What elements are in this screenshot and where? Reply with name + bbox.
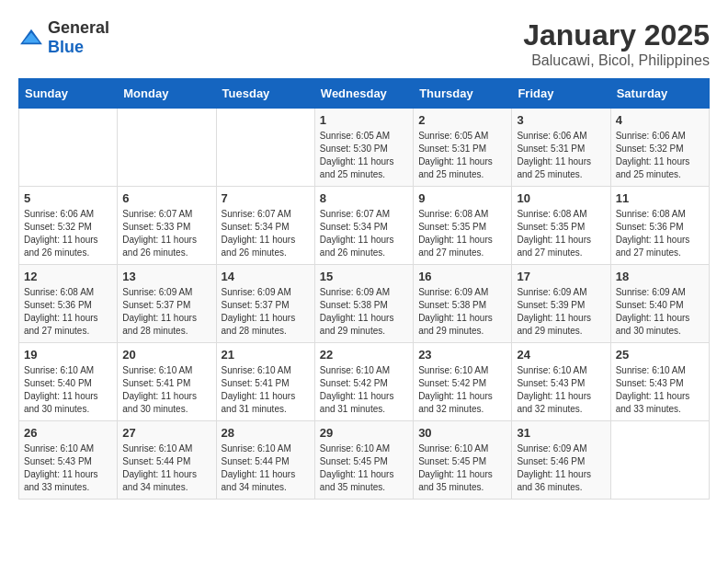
cell-content: Sunrise: 6:10 AM Sunset: 5:44 PM Dayligh… — [222, 442, 310, 494]
calendar-cell: 31Sunrise: 6:09 AM Sunset: 5:46 PM Dayli… — [512, 421, 610, 500]
logo: General Blue — [18, 18, 109, 57]
cell-content: Sunrise: 6:05 AM Sunset: 5:31 PM Dayligh… — [418, 130, 506, 181]
day-number: 7 — [222, 191, 310, 205]
day-number: 19 — [24, 348, 112, 362]
cell-content: Sunrise: 6:08 AM Sunset: 5:35 PM Dayligh… — [418, 208, 506, 259]
calendar-cell: 3Sunrise: 6:06 AM Sunset: 5:31 PM Daylig… — [512, 109, 610, 187]
day-number: 30 — [418, 426, 506, 440]
calendar-cell: 15Sunrise: 6:09 AM Sunset: 5:38 PM Dayli… — [314, 265, 413, 343]
weekday-header-saturday: Saturday — [610, 79, 709, 109]
day-number: 9 — [418, 191, 506, 205]
cell-content: Sunrise: 6:08 AM Sunset: 5:36 PM Dayligh… — [24, 286, 112, 338]
day-number: 14 — [222, 270, 310, 283]
cell-content: Sunrise: 6:06 AM Sunset: 5:32 PM Dayligh… — [24, 208, 112, 259]
day-number: 22 — [320, 348, 408, 362]
logo-general-text: General — [48, 18, 109, 37]
calendar-cell: 24Sunrise: 6:10 AM Sunset: 5:43 PM Dayli… — [512, 343, 610, 421]
cell-content: Sunrise: 6:07 AM Sunset: 5:33 PM Dayligh… — [122, 208, 210, 259]
cell-content: Sunrise: 6:10 AM Sunset: 5:40 PM Dayligh… — [24, 364, 112, 416]
calendar-cell: 25Sunrise: 6:10 AM Sunset: 5:43 PM Dayli… — [610, 343, 709, 421]
calendar-cell: 5Sunrise: 6:06 AM Sunset: 5:32 PM Daylig… — [19, 187, 118, 265]
calendar-cell: 4Sunrise: 6:06 AM Sunset: 5:32 PM Daylig… — [610, 109, 709, 187]
calendar-cell: 19Sunrise: 6:10 AM Sunset: 5:40 PM Dayli… — [19, 343, 118, 421]
cell-content: Sunrise: 6:10 AM Sunset: 5:43 PM Dayligh… — [517, 364, 605, 416]
day-number: 26 — [24, 426, 112, 440]
cell-content: Sunrise: 6:09 AM Sunset: 5:37 PM Dayligh… — [222, 286, 310, 338]
day-number: 15 — [320, 270, 408, 283]
cell-content: Sunrise: 6:09 AM Sunset: 5:39 PM Dayligh… — [517, 286, 605, 338]
cell-content: Sunrise: 6:09 AM Sunset: 5:38 PM Dayligh… — [320, 286, 408, 338]
weekday-header-sunday: Sunday — [19, 79, 118, 109]
cell-content: Sunrise: 6:10 AM Sunset: 5:41 PM Dayligh… — [222, 364, 310, 416]
cell-content: Sunrise: 6:10 AM Sunset: 5:43 PM Dayligh… — [24, 442, 112, 494]
calendar-cell: 29Sunrise: 6:10 AM Sunset: 5:45 PM Dayli… — [314, 421, 413, 500]
day-number: 2 — [418, 113, 506, 127]
day-number: 31 — [517, 426, 605, 440]
week-row-4: 19Sunrise: 6:10 AM Sunset: 5:40 PM Dayli… — [19, 343, 710, 421]
day-number: 1 — [320, 113, 408, 127]
day-number: 20 — [122, 348, 210, 362]
day-number: 4 — [616, 113, 704, 127]
calendar-cell: 27Sunrise: 6:10 AM Sunset: 5:44 PM Dayli… — [118, 421, 216, 500]
day-number: 3 — [517, 113, 605, 127]
calendar-cell: 1Sunrise: 6:05 AM Sunset: 5:30 PM Daylig… — [314, 109, 413, 187]
cell-content: Sunrise: 6:10 AM Sunset: 5:41 PM Dayligh… — [122, 364, 210, 416]
calendar-cell: 23Sunrise: 6:10 AM Sunset: 5:42 PM Dayli… — [414, 343, 512, 421]
calendar-table: SundayMondayTuesdayWednesdayThursdayFrid… — [18, 78, 710, 500]
cell-content: Sunrise: 6:10 AM Sunset: 5:42 PM Dayligh… — [320, 364, 408, 416]
cell-content: Sunrise: 6:09 AM Sunset: 5:38 PM Dayligh… — [418, 286, 506, 338]
cell-content: Sunrise: 6:10 AM Sunset: 5:45 PM Dayligh… — [418, 442, 506, 494]
calendar-cell: 8Sunrise: 6:07 AM Sunset: 5:34 PM Daylig… — [314, 187, 413, 265]
day-number: 16 — [418, 270, 506, 283]
calendar-cell: 28Sunrise: 6:10 AM Sunset: 5:44 PM Dayli… — [216, 421, 314, 500]
title-area: January 2025 Balucawi, Bicol, Philippine… — [523, 18, 710, 69]
cell-content: Sunrise: 6:09 AM Sunset: 5:46 PM Dayligh… — [517, 442, 605, 494]
week-row-2: 5Sunrise: 6:06 AM Sunset: 5:32 PM Daylig… — [19, 187, 710, 265]
day-number: 28 — [222, 426, 310, 440]
cell-content: Sunrise: 6:09 AM Sunset: 5:40 PM Dayligh… — [616, 286, 704, 338]
cell-content: Sunrise: 6:05 AM Sunset: 5:30 PM Dayligh… — [320, 130, 408, 181]
calendar-cell: 9Sunrise: 6:08 AM Sunset: 5:35 PM Daylig… — [414, 187, 512, 265]
day-number: 17 — [517, 270, 605, 283]
week-row-1: 1Sunrise: 6:05 AM Sunset: 5:30 PM Daylig… — [19, 109, 710, 187]
day-number: 12 — [24, 270, 112, 283]
calendar-cell: 14Sunrise: 6:09 AM Sunset: 5:37 PM Dayli… — [216, 265, 314, 343]
calendar-cell — [118, 109, 216, 187]
day-number: 18 — [616, 270, 704, 283]
logo-icon — [18, 28, 44, 48]
cell-content: Sunrise: 6:07 AM Sunset: 5:34 PM Dayligh… — [222, 208, 310, 259]
calendar-cell — [610, 421, 709, 500]
cell-content: Sunrise: 6:06 AM Sunset: 5:31 PM Dayligh… — [517, 130, 605, 181]
day-number: 8 — [320, 191, 408, 205]
day-number: 11 — [616, 191, 704, 205]
calendar-cell: 21Sunrise: 6:10 AM Sunset: 5:41 PM Dayli… — [216, 343, 314, 421]
day-number: 24 — [517, 348, 605, 362]
calendar-cell: 6Sunrise: 6:07 AM Sunset: 5:33 PM Daylig… — [118, 187, 216, 265]
weekday-header-monday: Monday — [118, 79, 216, 109]
calendar-subtitle: Balucawi, Bicol, Philippines — [523, 52, 710, 69]
weekday-header-wednesday: Wednesday — [314, 79, 413, 109]
calendar-cell: 11Sunrise: 6:08 AM Sunset: 5:36 PM Dayli… — [610, 187, 709, 265]
day-number: 10 — [517, 191, 605, 205]
weekday-header-tuesday: Tuesday — [216, 79, 314, 109]
cell-content: Sunrise: 6:10 AM Sunset: 5:45 PM Dayligh… — [320, 442, 408, 494]
cell-content: Sunrise: 6:06 AM Sunset: 5:32 PM Dayligh… — [616, 130, 704, 181]
weekday-header-thursday: Thursday — [414, 79, 512, 109]
calendar-cell: 7Sunrise: 6:07 AM Sunset: 5:34 PM Daylig… — [216, 187, 314, 265]
calendar-cell — [19, 109, 118, 187]
cell-content: Sunrise: 6:09 AM Sunset: 5:37 PM Dayligh… — [122, 286, 210, 338]
cell-content: Sunrise: 6:10 AM Sunset: 5:42 PM Dayligh… — [418, 364, 506, 416]
weekday-header-friday: Friday — [512, 79, 610, 109]
calendar-cell: 13Sunrise: 6:09 AM Sunset: 5:37 PM Dayli… — [118, 265, 216, 343]
calendar-cell: 30Sunrise: 6:10 AM Sunset: 5:45 PM Dayli… — [414, 421, 512, 500]
day-number: 25 — [616, 348, 704, 362]
calendar-cell: 10Sunrise: 6:08 AM Sunset: 5:35 PM Dayli… — [512, 187, 610, 265]
logo-blue-text: Blue — [48, 38, 84, 56]
day-number: 29 — [320, 426, 408, 440]
calendar-cell: 26Sunrise: 6:10 AM Sunset: 5:43 PM Dayli… — [19, 421, 118, 500]
week-row-5: 26Sunrise: 6:10 AM Sunset: 5:43 PM Dayli… — [19, 421, 710, 500]
cell-content: Sunrise: 6:10 AM Sunset: 5:43 PM Dayligh… — [616, 364, 704, 416]
cell-content: Sunrise: 6:08 AM Sunset: 5:36 PM Dayligh… — [616, 208, 704, 259]
page-header: General Blue January 2025 Balucawi, Bico… — [18, 18, 710, 69]
calendar-cell: 16Sunrise: 6:09 AM Sunset: 5:38 PM Dayli… — [414, 265, 512, 343]
